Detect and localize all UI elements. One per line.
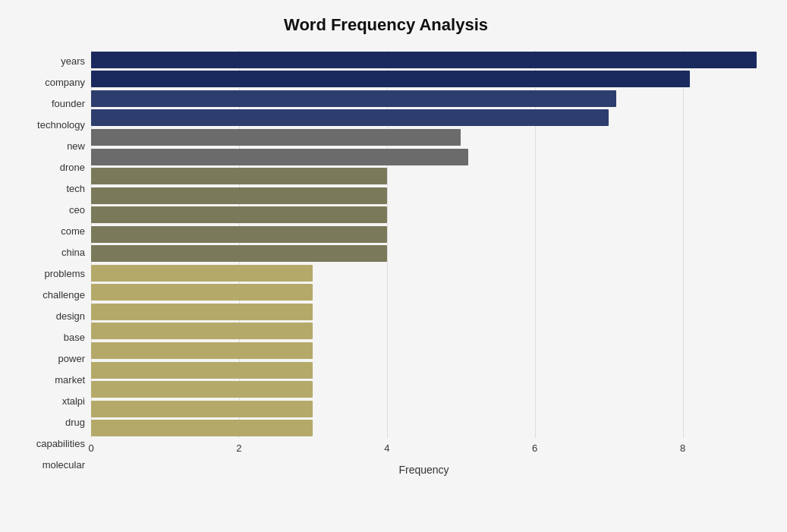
- y-label: design: [15, 311, 85, 321]
- bar: [91, 109, 609, 126]
- bar: [91, 265, 313, 282]
- bar: [91, 168, 387, 184]
- bar-row: [91, 129, 757, 146]
- bar: [91, 304, 313, 320]
- y-label: capabilities: [15, 439, 85, 449]
- bar: [91, 342, 313, 359]
- x-tick: 8: [680, 442, 685, 454]
- bar: [91, 362, 313, 379]
- y-label: base: [15, 332, 85, 342]
- bar: [91, 187, 387, 204]
- plot-area: 02468 Frequency: [91, 50, 757, 476]
- bar: [91, 52, 757, 68]
- chart-container: Word Frequency Analysis yearscompanyfoun…: [0, 0, 787, 532]
- bar-row: [91, 265, 757, 282]
- x-tick: 2: [236, 442, 241, 454]
- x-axis-label: Frequency: [91, 464, 757, 476]
- y-label: come: [15, 226, 85, 236]
- y-label: ceo: [15, 205, 85, 215]
- y-label: china: [15, 247, 85, 257]
- bar-row: [91, 362, 757, 379]
- grid-line: [535, 50, 536, 438]
- y-label: founder: [15, 99, 85, 109]
- bar-row: [91, 149, 757, 165]
- bar-row: [91, 226, 757, 243]
- bar-row: [91, 90, 757, 107]
- grid-line: [91, 50, 92, 438]
- bar: [91, 284, 313, 301]
- y-label: drone: [15, 162, 85, 172]
- y-label: years: [15, 56, 85, 66]
- y-label: drug: [15, 417, 85, 427]
- y-label: market: [15, 375, 85, 385]
- chart-title: Word Frequency Analysis: [15, 15, 757, 35]
- bar-row: [91, 381, 757, 398]
- y-label: technology: [15, 120, 85, 130]
- bar: [91, 226, 387, 243]
- bar-row: [91, 71, 757, 87]
- y-label: challenge: [15, 290, 85, 300]
- y-label: tech: [15, 184, 85, 194]
- bar-row: [91, 420, 757, 436]
- bar: [91, 323, 313, 339]
- bar: [91, 149, 468, 165]
- bar-row: [91, 245, 757, 262]
- bar-row: [91, 304, 757, 320]
- grid-line: [239, 50, 240, 438]
- y-label: xtalpi: [15, 396, 85, 406]
- x-tick: 6: [532, 442, 537, 454]
- y-label: problems: [15, 269, 85, 279]
- y-label: power: [15, 354, 85, 364]
- bar-row: [91, 109, 757, 126]
- x-axis-wrapper: 02468 Frequency: [91, 438, 757, 476]
- bar: [91, 401, 313, 417]
- bar-row: [91, 342, 757, 359]
- chart-area: yearscompanyfoundertechnologynewdronetec…: [15, 50, 757, 476]
- x-tick: 4: [384, 442, 389, 454]
- bar: [91, 129, 461, 146]
- bar-row: [91, 187, 757, 204]
- bar-row: [91, 401, 757, 417]
- bar: [91, 206, 387, 223]
- bar-row: [91, 168, 757, 184]
- y-axis: yearscompanyfoundertechnologynewdronetec…: [15, 50, 91, 476]
- y-label: molecular: [15, 460, 85, 470]
- bar-row: [91, 323, 757, 339]
- bar-row: [91, 52, 757, 68]
- bar: [91, 420, 313, 436]
- grid-line: [387, 50, 388, 438]
- y-label: new: [15, 141, 85, 151]
- bar: [91, 90, 616, 107]
- bar: [91, 245, 387, 262]
- x-axis: 02468: [91, 438, 757, 461]
- bar: [91, 71, 690, 87]
- y-label: company: [15, 77, 85, 87]
- bar-row: [91, 284, 757, 301]
- bar: [91, 381, 313, 398]
- bar-row: [91, 206, 757, 223]
- x-tick: 0: [88, 442, 93, 454]
- grid-line: [683, 50, 684, 438]
- bars-wrapper: [91, 50, 757, 438]
